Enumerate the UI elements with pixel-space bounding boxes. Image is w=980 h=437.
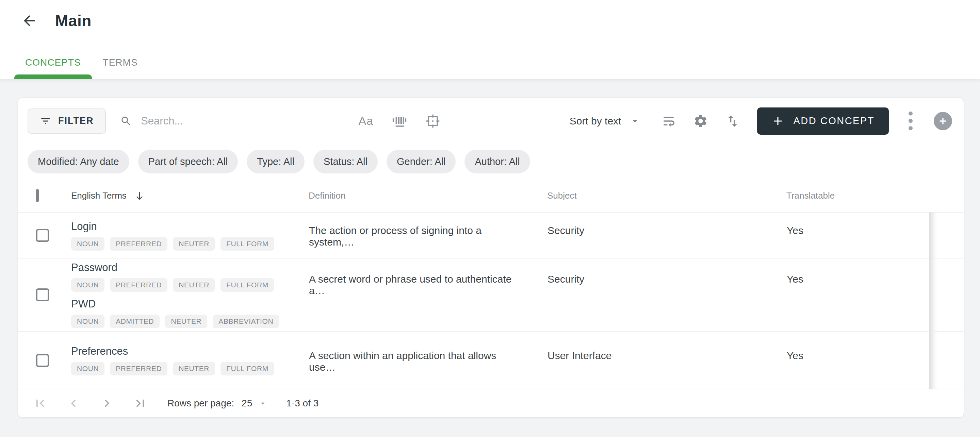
tag-type: FULL FORM <box>221 362 274 375</box>
filter-chip-type[interactable]: Type: All <box>247 149 305 173</box>
column-header-english-terms[interactable]: English Terms <box>68 191 294 201</box>
whole-word-icon[interactable] <box>392 114 407 128</box>
row-select-cell <box>18 332 68 389</box>
term-tags: NOUN PREFERRED NEUTER FULL FORM <box>71 362 294 375</box>
tag-gender: NEUTER <box>173 362 215 375</box>
select-all-checkbox[interactable] <box>36 189 39 202</box>
filter-chips-row: Modified: Any date Part of speech: All T… <box>18 144 964 179</box>
title-row: Main <box>21 11 92 30</box>
filter-chip-status[interactable]: Status: All <box>313 149 378 173</box>
terms-cell: Password NOUN PREFERRED NEUTER FULL FORM… <box>68 259 294 331</box>
search-box <box>120 114 358 127</box>
pinned-column-spacer <box>929 213 964 258</box>
column-header-subject[interactable]: Subject <box>533 191 769 201</box>
pagination-controls <box>33 396 148 411</box>
tag-type: FULL FORM <box>221 278 274 292</box>
table-row[interactable]: Password NOUN PREFERRED NEUTER FULL FORM… <box>18 258 964 331</box>
match-case-icon[interactable]: Aa <box>358 114 373 127</box>
subject-cell: User Interface <box>533 332 769 389</box>
sort-label: Sort by text <box>570 115 621 127</box>
tag-pos: NOUN <box>71 315 105 328</box>
pinned-column-spacer <box>929 332 964 389</box>
search-input[interactable] <box>141 115 358 127</box>
subject-cell: Security <box>533 213 769 258</box>
row-select-cell <box>18 213 68 258</box>
more-options-icon[interactable] <box>904 112 917 130</box>
tag-status: PREFERRED <box>110 362 167 375</box>
definition-cell: The action or process of signing into a … <box>294 213 533 258</box>
terms-cell: Login NOUN PREFERRED NEUTER FULL FORM <box>68 213 294 258</box>
exact-match-icon[interactable] <box>426 114 440 128</box>
filter-chip-modified[interactable]: Modified: Any date <box>27 149 129 173</box>
first-page-icon[interactable] <box>33 396 48 411</box>
tag-type: ABBREVIATION <box>213 315 279 328</box>
view-tools <box>661 114 740 129</box>
term-block: Login NOUN PREFERRED NEUTER FULL FORM <box>71 220 294 251</box>
tag-type: FULL FORM <box>221 237 274 251</box>
last-page-icon[interactable] <box>133 396 148 411</box>
term-block: Preferences NOUN PREFERRED NEUTER FULL F… <box>71 345 294 375</box>
term-tags: NOUN PREFERRED NEUTER FULL FORM <box>71 237 294 251</box>
pinned-column-spacer <box>929 259 964 331</box>
tab-terms-label: TERMS <box>103 57 138 68</box>
filter-icon <box>40 115 51 127</box>
column-header-definition[interactable]: Definition <box>294 191 533 201</box>
tag-status: ADMITTED <box>110 315 159 328</box>
term-tags: NOUN PREFERRED NEUTER FULL FORM <box>71 278 294 292</box>
previous-page-icon[interactable] <box>66 396 81 411</box>
sort-dropdown[interactable]: Sort by text <box>570 115 640 127</box>
quick-add-button[interactable] <box>934 112 952 130</box>
add-concept-label: ADD CONCEPT <box>793 115 875 127</box>
row-checkbox[interactable] <box>36 288 49 301</box>
rows-per-page-label: Rows per page: <box>167 398 234 409</box>
tag-pos: NOUN <box>71 278 105 292</box>
rows-per-page-value: 25 <box>242 398 252 409</box>
filter-button-label: FILTER <box>58 116 94 126</box>
back-icon[interactable] <box>21 13 37 29</box>
translatable-cell: Yes <box>769 259 929 331</box>
tabs: CONCEPTS TERMS <box>14 46 149 79</box>
term-block: Password NOUN PREFERRED NEUTER FULL FORM <box>71 262 294 292</box>
search-icon <box>120 114 132 127</box>
term-name: Password <box>71 262 294 274</box>
term-block: PWD NOUN ADMITTED NEUTER ABBREVIATION <box>71 298 294 328</box>
translatable-cell: Yes <box>769 213 929 258</box>
sort-descending-icon <box>134 191 145 201</box>
plus-icon <box>937 116 948 127</box>
translatable-cell: Yes <box>769 332 929 389</box>
filter-chip-part-of-speech[interactable]: Part of speech: All <box>138 149 238 173</box>
gear-icon[interactable] <box>693 114 708 129</box>
tag-gender: NEUTER <box>165 315 207 328</box>
toolbar: FILTER Aa <box>18 98 964 144</box>
search-match-options: Aa <box>358 114 440 128</box>
tag-status: PREFERRED <box>110 237 167 251</box>
table-header: English Terms Definition Subject Transla… <box>18 179 964 212</box>
row-checkbox[interactable] <box>36 354 49 367</box>
filter-chip-gender[interactable]: Gender: All <box>387 149 456 173</box>
next-page-icon[interactable] <box>99 396 115 411</box>
wrap-text-icon[interactable] <box>661 114 676 129</box>
page-body: FILTER Aa <box>0 79 980 418</box>
row-checkbox[interactable] <box>36 229 49 242</box>
table-row[interactable]: Preferences NOUN PREFERRED NEUTER FULL F… <box>18 331 964 389</box>
table-row[interactable]: Login NOUN PREFERRED NEUTER FULL FORM Th… <box>18 212 964 258</box>
row-select-cell <box>18 259 68 331</box>
pagination-range: 1-3 of 3 <box>286 398 318 409</box>
rows-per-page-select[interactable]: 25 <box>242 398 267 409</box>
table-footer: Rows per page: 25 1-3 of 3 <box>18 389 964 417</box>
sort-order-icon[interactable] <box>725 114 740 129</box>
select-all-cell <box>18 191 68 201</box>
filter-chip-author[interactable]: Author: All <box>465 149 530 173</box>
term-name: Preferences <box>71 345 294 358</box>
column-header-translatable[interactable]: Translatable <box>769 191 929 201</box>
plus-icon <box>772 114 784 127</box>
chevron-down-icon <box>258 399 267 408</box>
term-tags: NOUN ADMITTED NEUTER ABBREVIATION <box>71 315 294 328</box>
tab-concepts[interactable]: CONCEPTS <box>14 46 92 79</box>
add-concept-button[interactable]: ADD CONCEPT <box>757 108 889 135</box>
tab-terms[interactable]: TERMS <box>92 46 149 79</box>
filter-button[interactable]: FILTER <box>27 108 106 133</box>
subject-cell: Security <box>533 259 769 331</box>
toolbar-right: Sort by text ADD CONCEPT <box>570 108 952 135</box>
app-header: Main CONCEPTS TERMS <box>0 0 980 79</box>
